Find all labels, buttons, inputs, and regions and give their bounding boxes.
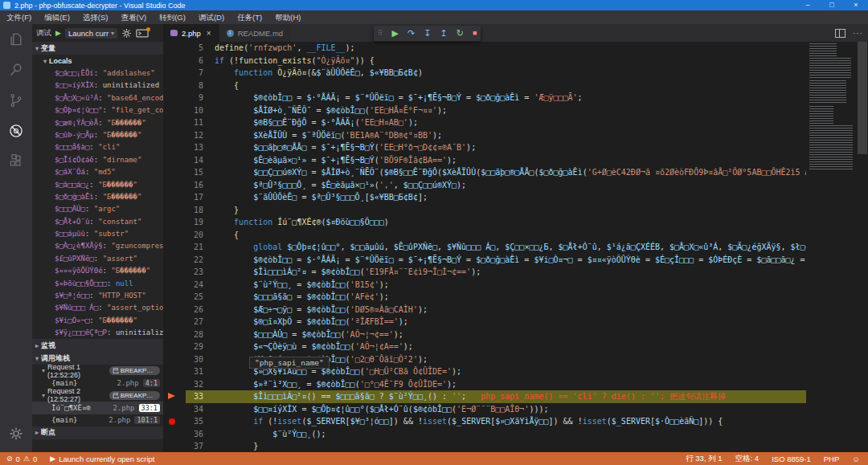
menu-item[interactable]: 任务(T) (231, 10, 268, 24)
breakpoint-gutter[interactable] (163, 279, 186, 292)
variable-row[interactable]: $□□□ÀÛ□: "argc" (32, 203, 163, 215)
breakpoint-gutter[interactable] (163, 291, 186, 304)
breakpoint-gutter[interactable] (163, 42, 186, 55)
breakpoint-gutter[interactable] (163, 191, 186, 204)
variable-row[interactable]: $□Åł+Ó¨û: "constant" (32, 216, 163, 228)
code-line[interactable]: 16 $ª□Û³§□□□Ô¸ = $Ê□èāµā×□¹»(',', $□□Ç□□… (163, 179, 806, 192)
start-debug-icon[interactable]: ▶ (55, 29, 61, 37)
language-mode[interactable]: PHP (824, 455, 840, 463)
debug-console-icon[interactable] (136, 29, 149, 38)
variable-row[interactable]: $□Ôþ¤¢¦û□□°: "file_get_cont…" (32, 104, 163, 116)
scrollbar-thumb[interactable] (858, 42, 867, 154)
search-icon[interactable] (0, 55, 32, 85)
callstack-request-row[interactable]: ▾Request 1 (12:52:26)已 BREAKPOIN... (32, 365, 163, 377)
breakpoint-gutter[interactable] (163, 415, 186, 428)
breakpoint-gutter[interactable] (163, 154, 186, 167)
variable-row[interactable]: $□ð□ğ□àÊì: "Б������" (32, 191, 163, 203)
warnings-icon[interactable]: ⚠ (23, 455, 30, 463)
breakpoint-gutter[interactable] (163, 266, 186, 279)
code-line[interactable]: 28 $□□□ÀÛ□ = $®¢òbÎ□□('AÕ¬¦¬¢=='); (163, 328, 806, 341)
variable-row[interactable]: $□Îí¢Ô¢áê: "dirname" (32, 154, 163, 166)
step-into-icon[interactable]: ↧ (424, 26, 431, 41)
callstack-frame-row[interactable]: Íú¨□¶XÉ¤®2.php33:1 (32, 402, 163, 414)
close-button[interactable]: × (844, 0, 868, 10)
menu-item[interactable]: 选择(S) (76, 10, 115, 24)
split-editor-icon[interactable] (835, 29, 845, 38)
variable-row[interactable]: $□â□□¡ÈÕí: "addslashes" (32, 67, 163, 80)
variable-row[interactable]: $□ûÞ-ý□Åµ: "Б������" (32, 129, 163, 141)
code-line[interactable]: 20 { (163, 229, 806, 242)
debug-icon[interactable] (0, 116, 32, 146)
variable-row[interactable]: $¥ÿ¿□□□ēÇª□P: uninitialized (32, 327, 163, 339)
code-line[interactable]: 23 $Îì□□□ìÁ□²¤ = $®¢òbÎ□□('E19FÅ¤¨¨E¢ì9¬… (163, 266, 806, 279)
callstack-request-row[interactable]: ▾Request 2 (12:52:27)已 BREAKPOIN... (32, 390, 163, 402)
breakpoint-gutter[interactable] (163, 166, 186, 179)
breakpoint-gutter[interactable] (163, 129, 186, 142)
code-line[interactable]: 14 $Ê□èāµā×□¹» = $¯+¡¶Ē§¬B□Ý('BÖ9F®Îā¢BA… (163, 154, 806, 167)
errors-count[interactable]: 0 (16, 455, 20, 463)
code-line[interactable]: 11 $®B§□□Ê¨ÐğÔ = $·°ÅÁÄ¡('EE□H¤AB□'); (163, 116, 806, 129)
breakpoint-gutter[interactable] (163, 92, 186, 104)
breakpoint-gutter[interactable] (163, 304, 186, 316)
breakpoint-icon[interactable] (169, 418, 175, 425)
breakpoint-gutter[interactable] (163, 216, 186, 229)
breakpoint-gutter[interactable] (163, 365, 186, 378)
variable-row[interactable]: $□□áµûû: "substr" (32, 228, 163, 240)
variable-row[interactable]: $£□ûPXÑē□: "assert" (32, 253, 163, 265)
variable-row[interactable]: $□æ®¡ÝÁ□èÅ: "Б������" (32, 117, 163, 129)
breakpoint-gutter[interactable] (163, 116, 186, 129)
minimap[interactable] (806, 42, 857, 452)
stop-icon[interactable]: ■ (473, 26, 477, 41)
breakpoint-gutter[interactable] (163, 254, 186, 267)
variable-row[interactable]: $¤Þōù□□§Õ□□□: null (32, 278, 163, 290)
more-actions-icon[interactable]: ··· (853, 29, 863, 38)
code-line[interactable]: 21 global $□Ôþ¤¢¦û□□°, $□□āµûú, $Ē□ûPXÑē… (163, 241, 806, 254)
breakpoint-gutter[interactable] (163, 104, 186, 117)
breakpoint-gutter[interactable] (163, 241, 186, 254)
code-line[interactable]: 37 } (163, 440, 806, 452)
step-over-icon[interactable]: ↷ (407, 26, 415, 41)
menu-item[interactable]: 查看(V) (114, 10, 153, 24)
configure-gear-icon[interactable] (121, 28, 132, 39)
variable-row[interactable]: $¥□ª¦ó□□: "HTTP_HOST" (32, 290, 163, 302)
extensions-icon[interactable] (0, 146, 32, 177)
source-control-icon[interactable] (0, 85, 32, 116)
settings-gear-icon[interactable] (0, 420, 32, 447)
breakpoint-gutter[interactable] (163, 80, 186, 92)
variable-row[interactable]: $□À□¿è¶XÂÿ§: "gzuncompress" (32, 240, 163, 252)
code-line[interactable]: 15 $□□Ç□□ú®XÝ□ = $ÅÌØ+ò¸¨ÑĒÕ¨($®B§□□Ê¨Ðğ… (163, 166, 806, 179)
callstack-frame-row[interactable]: {main}2.php101:1 (32, 414, 163, 426)
breakpoint-gutter[interactable] (163, 229, 186, 242)
breakpoint-gutter[interactable] (163, 378, 186, 391)
code-line[interactable]: 29 $«¬ÇÒèÿ□ù = $®¢òbÎ□□('AÕ¬¦¢A=='); (163, 341, 806, 353)
code-line[interactable]: 32 $»ª¨ì³X□□¸ = $®¢òbÎ□□('□°□4Ê¯F9 Ô¢ÛÎD… (163, 378, 806, 391)
vertical-scrollbar[interactable] (857, 42, 868, 452)
breakpoint-gutter[interactable] (163, 179, 186, 192)
code-line[interactable]: 18 } (163, 204, 806, 217)
variable-row[interactable]: $¥Ñû□□□ Á□: "assert_option…" (32, 302, 163, 314)
code-line[interactable]: 13 $□□āþ□®□ÅÅ□ = $¯+¡¶Ē§¬B□Ý('EE□H°ð¬□D¢… (163, 141, 806, 154)
errors-icon[interactable]: ⊘ (6, 455, 13, 463)
breakpoint-gutter[interactable] (163, 55, 186, 67)
code-line[interactable]: 22 $®¢òbÎ□□ = $·°ÅÁÄ¡ = $¨*ÛÖëï□ = $¯+¡¶… (163, 254, 806, 267)
code-line[interactable]: 24 $¨ù²Ý□□¸ = $®¢òbÎ□□('B15¢'); (163, 279, 806, 292)
code-line[interactable]: 36 $¨ù²Ý□□¸(); (163, 428, 806, 441)
debug-status[interactable]: ▶ Launch currently open script (50, 455, 154, 463)
breakpoint-gutter[interactable] (163, 428, 186, 441)
variable-row[interactable]: $□Å□X□«û³Á: "base64_encode" (32, 92, 163, 104)
variable-row[interactable]: $¥i□Ò¤¬□: "Б������" (32, 315, 163, 327)
maximize-button[interactable]: □ (820, 0, 844, 10)
close-tab-icon[interactable]: × (207, 29, 211, 38)
minimize-button[interactable]: – (796, 0, 820, 10)
menu-item[interactable]: 文件(F) (0, 10, 38, 24)
code-editor[interactable]: 5define('rnfzwpch', __FILE__);6if (!func… (163, 42, 806, 452)
locals-scope-row[interactable]: ▾ Locals (32, 55, 163, 67)
explorer-icon[interactable] (0, 24, 32, 55)
code-line[interactable]: 34 $□□¤íýXÌX = $□Ôþ¤¢¦û□□°($□Åł+Ó¨û($®¢ò… (163, 403, 806, 416)
code-line[interactable]: 26 $Æ□÷¬□ÿ□ = $®¢òbÎ□□('DØ5®¤Àā□CAÌH'); (163, 304, 806, 316)
watch-section-header[interactable]: ▸ 监视 (32, 339, 163, 352)
menu-item[interactable]: 帮助(H) (268, 10, 307, 24)
indentation[interactable]: 空格: 4 (735, 454, 760, 464)
code-line[interactable]: 12 $XèÅÏÛÙ = $¨ªÛÖēï□('BE1A®A¨°DB®¢°¤BB'… (163, 129, 806, 142)
menu-item[interactable]: 调试(D) (192, 10, 231, 24)
